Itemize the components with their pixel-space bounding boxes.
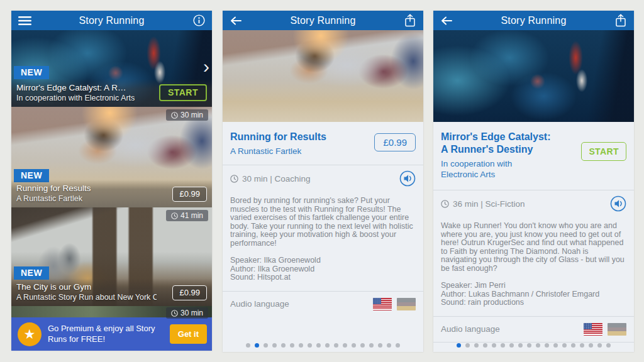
back-arrow-icon [230,16,242,26]
page-dot [255,343,259,348]
pagination-dots[interactable] [433,343,634,348]
story-card-partial[interactable]: 30 min [11,306,212,317]
page-dot [264,343,268,348]
page-dot [536,343,540,348]
story-subtitle-line1: In cooperation with [441,158,551,169]
page-dot [562,343,567,348]
page-dot [343,343,347,348]
audio-language-label: Audio language [441,324,500,334]
meta-info: 36 min | Sci-Fiction [441,199,525,209]
page-dot [290,343,294,348]
share-button[interactable] [402,13,418,28]
premium-banner[interactable]: ★ Go Premium & enjoy all Story Runs for … [11,317,212,351]
card-title: Running for Results [16,183,157,194]
meta-label: 30 min | Coaching [242,174,311,184]
info-button[interactable] [191,13,206,28]
duration-badge: 30 min [166,109,208,121]
story-card-city-is-our-gym[interactable]: 41 min NEW The City is our Gym A Runtast… [11,207,212,306]
hamburger-icon [18,16,31,25]
language-flags [373,298,416,310]
credit-speaker: Speaker: Ilka Groenewold [230,256,416,265]
pagination-dots[interactable] [223,343,423,348]
page-dot [325,343,330,348]
back-button[interactable] [228,13,243,28]
page-dot [571,343,575,348]
clock-icon [171,310,178,317]
page-dot [580,343,584,348]
share-button[interactable] [613,13,628,28]
card-subtitle: A Runtastic Story Run about New York Cit… [16,292,157,302]
chevron-right-icon: › [622,349,626,353]
get-it-button[interactable]: Get it [170,324,207,344]
credit-author: Author: Lukas Bachmann / Christofer Emga… [441,290,626,299]
new-badge: NEW [14,266,49,280]
page-dot [369,343,374,348]
price-button[interactable]: £0.99 [374,133,416,151]
clock-icon [441,200,449,208]
credit-speaker: Speaker: Jim Perri [441,282,626,290]
title-block: Running for Results A Runtastic Fartlek [230,131,326,156]
credit-sound: Sound: Hitspot.at [230,273,416,282]
price-button[interactable]: £0.99 [172,187,207,202]
story-subtitle-line2: Electronic Arts [441,169,551,180]
page-dot [465,343,470,348]
page-dot [589,343,593,348]
story-description: Wake up Runner! You don't know who you a… [433,217,634,273]
flag-us-icon[interactable] [373,298,392,310]
page-dot [474,343,479,348]
appbar: Story Running [11,11,212,30]
page-dot [316,343,321,348]
back-button[interactable] [439,13,454,28]
duration-badge: 30 min [166,307,208,319]
share-icon [615,14,626,27]
page-dot [378,343,382,348]
page-dot [334,343,338,348]
appbar: Story Running [433,11,634,30]
title-row: Running for Results A Runtastic Fartlek … [223,122,423,165]
audio-language-row: Audio language [433,317,634,342]
story-title-line1: Mirror's Edge Catalyst: [441,131,551,143]
story-title-line2: A Runner's Destiny [441,143,551,156]
story-card-mirrors-edge[interactable]: › NEW Mirror's Edge Catalyst: A R… In co… [11,30,212,107]
story-subtitle: A Runtastic Fartlek [230,146,326,156]
page-dot [299,343,303,348]
page-dot [483,343,487,348]
story-description: Bored by running for running's sake? Put… [223,192,423,248]
page-dot [281,343,286,348]
card-title: The City is our Gym [16,282,157,292]
clock-icon [230,175,238,183]
card-subtitle: In cooperation with Electronic Arts [16,93,157,103]
page-title: Story Running [433,15,634,26]
screen-detail-running-for-results: Story Running Running for Results A Runt… [223,11,423,352]
start-button[interactable]: START [159,84,207,101]
detail-body: Running for Results A Runtastic Fartlek … [223,122,423,352]
credits-block: Speaker: Ilka Groenewold Author: Ilka Gr… [223,248,423,291]
audio-preview-icon[interactable] [399,170,416,187]
story-hero-image [433,30,634,122]
flag-de-icon[interactable] [608,323,626,336]
page-dot [597,343,602,348]
card-title: Mirror's Edge Catalyst: A R… [16,82,157,93]
page-dot [396,343,400,348]
star-glyph: ★ [24,327,36,341]
flag-us-icon[interactable] [584,323,602,336]
premium-text: Go Premium & enjoy all Story Runs for FR… [48,324,164,344]
screen-detail-mirrors-edge: Story Running Mirror's Edge Catalyst: A … [433,11,634,352]
story-card-running-for-results[interactable]: 30 min NEW Running for Results A Runtast… [11,107,212,207]
duration-label: 41 min [180,211,203,220]
clock-icon [171,112,178,119]
carousel-next-icon[interactable]: › [203,57,209,76]
screen-story-list: Story Running › NEW Mirror's Edge Cataly… [11,11,212,351]
audio-preview-icon[interactable] [610,195,626,212]
flag-us-canton [373,298,381,304]
duration-label: 30 min [180,309,203,317]
page-dot [272,343,277,348]
flag-de-icon[interactable] [397,298,416,310]
language-flags [584,323,626,336]
start-button[interactable]: START [581,142,626,161]
page-dot [352,343,356,348]
menu-button[interactable] [17,13,32,28]
title-block: Mirror's Edge Catalyst: A Runner's Desti… [441,131,551,180]
meta-row: 30 min | Coaching [223,165,423,192]
price-button[interactable]: £0.99 [172,285,207,300]
